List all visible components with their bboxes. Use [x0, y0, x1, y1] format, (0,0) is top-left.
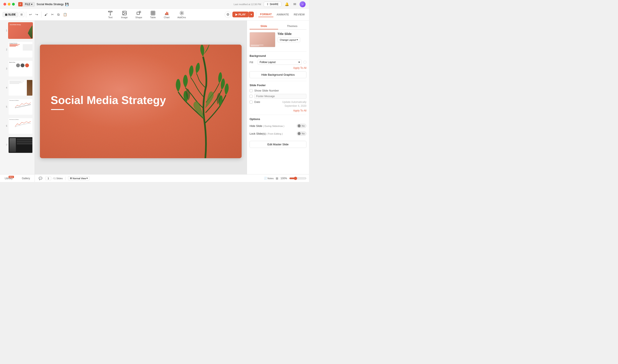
chat-icon[interactable]: 💬 — [37, 176, 43, 181]
image-tool-label: Image — [121, 16, 128, 19]
fill-row: Fill Follow Layout ▾ — [249, 60, 306, 65]
change-layout-button[interactable]: Change Layout ▾ — [277, 37, 300, 42]
slide-thumb-7[interactable] — [8, 137, 33, 153]
slide-row-4: 4 — [2, 79, 33, 96]
copy-button[interactable]: ⧉ — [56, 12, 61, 17]
show-slide-number-label: Show Slide Number — [254, 89, 279, 92]
format-tab[interactable]: FORMAT — [258, 12, 274, 17]
toolbar-center: Text Image Shape Tab — [104, 10, 189, 20]
mail-icon[interactable]: ✉ — [292, 1, 297, 7]
toolbar-left: ▤ SLIDE ⊞ ↩ ↪ 🖌 ✂ ⧉ 📋 — [2, 12, 69, 18]
undo-button[interactable]: ↩ — [28, 12, 33, 17]
svg-point-16 — [181, 13, 182, 14]
slide-number-3: 3 — [6, 67, 7, 70]
hide-slide-toggle[interactable]: No — [297, 124, 306, 128]
separator — [65, 177, 66, 180]
review-tab[interactable]: REVIEW — [292, 12, 306, 17]
divider-2 — [249, 81, 306, 81]
close-button[interactable] — [3, 3, 6, 6]
addons-tool[interactable]: AddOns — [175, 10, 189, 20]
table-tool[interactable]: Table — [147, 10, 159, 20]
apply-all-footer[interactable]: Apply To All — [249, 109, 306, 112]
gallery-tab[interactable]: Gallery — [17, 175, 35, 182]
show-slide-number-checkbox[interactable] — [249, 89, 253, 92]
chevron-down-icon: ▾ — [299, 61, 300, 64]
share-button[interactable]: ⇧ SHARE — [264, 2, 281, 7]
edit-master-button[interactable]: Edit Master Slide — [249, 141, 306, 148]
paint-format-button[interactable]: 🖌 — [43, 12, 49, 17]
slide-thumb-2[interactable]: Company Overview — [8, 41, 33, 58]
slide-thumb-3[interactable]: Meet the Team — [8, 60, 33, 77]
chart-tool[interactable]: Chart — [161, 10, 173, 20]
footer-message-row — [249, 94, 306, 99]
slide-thumb-6[interactable]: Performance by Platform — [8, 118, 33, 134]
page-number-input[interactable]: 1 — [45, 177, 51, 180]
text-tool-label: Text — [108, 16, 112, 19]
slide-thumb-1[interactable]: Social Media Strategy — [8, 22, 33, 39]
slide-canvas[interactable]: Social Media Strategy — [40, 45, 242, 158]
cut-button[interactable]: ✂ — [50, 12, 55, 17]
tab-themes[interactable]: Themes — [278, 23, 307, 29]
table-tool-label: Table — [150, 16, 156, 19]
library-tab[interactable]: Library New — [0, 175, 17, 182]
minimize-button[interactable] — [8, 3, 11, 6]
redo-button[interactable]: ↪ — [34, 12, 40, 17]
text-tool[interactable]: Text — [104, 10, 116, 20]
footer-message-checkbox[interactable] — [249, 95, 253, 98]
slide-button[interactable]: ▤ SLIDE — [2, 12, 18, 17]
fill-dropdown[interactable]: Follow Layout ▾ — [258, 60, 302, 65]
play-dropdown-button[interactable]: ▾ — [249, 12, 254, 17]
file-menu-button[interactable]: FILE ▾ — [23, 2, 35, 6]
hide-background-button[interactable]: Hide Background Graphics — [249, 71, 306, 78]
toolbar: ▤ SLIDE ⊞ ↩ ↪ 🖌 ✂ ⧉ 📋 Text Image — [0, 9, 309, 21]
normal-view-button[interactable]: ⊞ Normal View ▾ — [68, 176, 90, 180]
layout-lines — [251, 45, 263, 46]
color-picker[interactable] — [303, 61, 306, 64]
hide-slide-label-group: Hide Slide ( During Slideshow ) — [249, 124, 284, 128]
svg-rect-14 — [166, 12, 167, 15]
image-tool[interactable]: Image — [118, 10, 131, 20]
layout-line-2 — [251, 46, 259, 46]
animate-tab[interactable]: ANIMATE — [275, 12, 290, 17]
grid-view-icon[interactable]: ⊞ — [276, 177, 278, 180]
app-icon: P — [18, 2, 23, 6]
lock-slides-toggle[interactable]: No — [297, 131, 306, 136]
hide-slide-label: Hide Slide — [249, 124, 262, 128]
avatar[interactable]: U — [300, 1, 306, 7]
shape-tool[interactable]: Shape — [132, 10, 145, 20]
traffic-lights — [3, 3, 15, 6]
options-section-title: Options — [249, 117, 306, 121]
hide-slide-row: Hide Slide ( During Slideshow ) No — [249, 123, 306, 129]
play-button[interactable]: ▶ PLAY — [232, 12, 248, 17]
apply-all-background[interactable]: Apply To All — [249, 66, 306, 69]
view-toggle-button[interactable]: ⊞ — [19, 12, 24, 17]
file-label: FILE — [25, 3, 30, 6]
library-bar: Library New Gallery — [0, 174, 35, 182]
settings-button[interactable]: ⚙ — [225, 11, 231, 18]
bottom-bar: 💬 1 / 1 Slides ⊞ Normal View ▾ 📄 Notes ⊞… — [35, 174, 309, 182]
notifications-icon[interactable]: 🔔 — [284, 1, 290, 7]
canvas-area: Social Media Strategy — [35, 21, 247, 182]
view-icon: ⊞ — [70, 177, 72, 180]
lock-slides-label-group: Lock Slide(s) ( From Editing ) — [249, 132, 283, 135]
tab-slide[interactable]: Slide — [249, 23, 278, 29]
paste-button[interactable]: 📋 — [62, 12, 69, 17]
save-icon: 💾 — [65, 2, 69, 6]
new-badge: New — [9, 176, 14, 178]
zoom-slider[interactable] — [289, 177, 306, 180]
separator — [256, 12, 256, 18]
slide-thumb-4[interactable] — [8, 79, 33, 96]
footer-message-input[interactable] — [254, 94, 306, 99]
date-checkbox[interactable] — [249, 101, 253, 104]
svg-rect-0 — [108, 11, 112, 12]
notes-button[interactable]: 📄 Notes — [264, 177, 274, 180]
lock-slides-value: No — [301, 132, 305, 135]
maximize-button[interactable] — [12, 3, 15, 6]
fill-label: Fill — [249, 61, 256, 64]
date-row: Date Update Automatically — [249, 100, 306, 104]
slide-thumb-5[interactable]: Performance by Platform — [8, 99, 33, 115]
plant-decoration — [164, 45, 242, 158]
share-icon: ⇧ — [266, 3, 269, 6]
slide-icon: ▤ — [5, 13, 7, 16]
toolbar-right: ⚙ ▶ PLAY ▾ FORMAT ANIMATE REVIEW — [225, 11, 306, 18]
